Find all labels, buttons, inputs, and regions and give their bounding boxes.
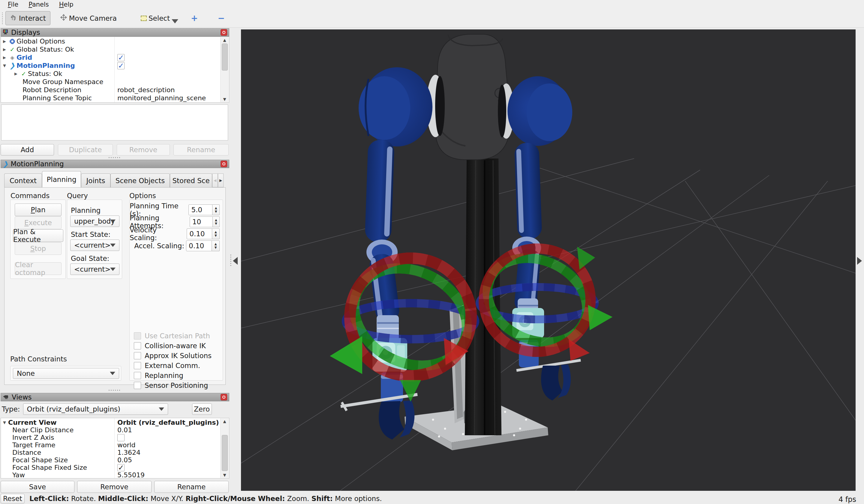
views-panel-header[interactable]: Views: [1, 393, 229, 401]
planning-group-dropdown[interactable]: upper_body: [70, 216, 119, 227]
tree-item-current-view[interactable]: Current View: [8, 419, 57, 426]
views-close-button[interactable]: [220, 394, 227, 400]
spinner-arrows-icon[interactable]: ▲▼: [213, 216, 220, 227]
invert-z-checkbox[interactable]: [117, 434, 124, 441]
displays-panel-header[interactable]: Displays: [1, 28, 229, 37]
motionplanning-enabled-checkbox[interactable]: ✓: [117, 62, 124, 69]
scroll-up-icon[interactable]: ▲: [223, 419, 226, 423]
tree-item-grid[interactable]: Grid: [16, 54, 32, 61]
move-camera-tool-button[interactable]: Move Camera: [56, 11, 121, 25]
accel-scaling-input[interactable]: 0.10: [186, 240, 212, 251]
red-arrow-marker[interactable]: [569, 339, 590, 361]
duplicate-display-button[interactable]: Duplicate: [58, 144, 113, 156]
green-arrow-marker[interactable]: [588, 305, 612, 330]
goal-state-dropdown[interactable]: <current>: [70, 264, 119, 275]
view-type-dropdown[interactable]: Orbit (rviz_default_plugins): [23, 404, 168, 415]
tab-planning[interactable]: Planning: [42, 171, 81, 187]
approx-ik-solutions-checkbox[interactable]: [134, 352, 141, 359]
rename-view-button[interactable]: Rename: [154, 481, 229, 493]
reset-button[interactable]: Reset: [1, 494, 25, 503]
spinner-arrows-icon[interactable]: ▲▼: [212, 228, 220, 239]
scroll-down-icon[interactable]: ▼: [223, 473, 226, 477]
tree-item-yaw[interactable]: Yaw: [12, 471, 25, 479]
tab-scene-objects[interactable]: Scene Objects: [110, 173, 170, 187]
tree-item-move-group-namespace[interactable]: Move Group Namespace: [23, 78, 103, 86]
motionplanning-panel-header[interactable]: ❯ MotionPlanning: [1, 160, 229, 168]
tree-item-distance[interactable]: Distance: [12, 449, 41, 456]
add-display-button[interactable]: Add: [1, 144, 54, 156]
tab-joints[interactable]: Joints: [81, 173, 110, 187]
remove-tool-button[interactable]: −: [215, 13, 227, 23]
scroll-down-icon[interactable]: ▼: [223, 97, 226, 101]
path-constraints-dropdown[interactable]: None: [13, 368, 119, 379]
clear-octomap-button[interactable]: Clear octomap: [15, 262, 61, 275]
expander-icon[interactable]: ▶: [1, 55, 8, 60]
expander-icon[interactable]: ▶: [1, 39, 8, 44]
scrollbar-thumb[interactable]: [222, 435, 228, 471]
start-state-dropdown[interactable]: <current>: [70, 240, 119, 251]
planning-time-input[interactable]: 5.0: [189, 204, 213, 215]
focal-shape-size-value[interactable]: 0.05: [117, 456, 132, 464]
tree-item-status[interactable]: Status: Ok: [28, 70, 62, 77]
remove-display-button[interactable]: Remove: [117, 144, 170, 156]
menu-file[interactable]: File: [5, 0, 21, 9]
expander-icon[interactable]: ▼: [1, 420, 8, 425]
expander-icon[interactable]: ▼: [1, 63, 8, 68]
expander-icon[interactable]: ▶: [12, 71, 20, 76]
tree-item-focal-fixed-size[interactable]: Focal Shape Fixed Size: [12, 464, 87, 471]
tree-item-motionplanning[interactable]: MotionPlanning: [16, 62, 75, 69]
tree-item-focal-shape-size[interactable]: Focal Shape Size: [12, 456, 68, 464]
tab-context[interactable]: Context: [4, 173, 42, 187]
collision-aware-ik-checkbox[interactable]: [134, 342, 141, 349]
splitter-handle[interactable]: [108, 157, 121, 158]
planning-attempts-input[interactable]: 10: [190, 216, 213, 227]
toolbar-overflow-arrow-icon[interactable]: [172, 19, 178, 23]
distance-value[interactable]: 1.3624: [117, 449, 141, 456]
save-view-button[interactable]: Save: [1, 481, 74, 493]
sensor-positioning-checkbox[interactable]: [134, 382, 141, 389]
tree-item-global-options[interactable]: Global Options: [16, 37, 65, 45]
tree-item-near-clip[interactable]: Near Clip Distance: [12, 426, 73, 434]
3d-viewport[interactable]: [241, 29, 855, 491]
displays-tree-scrollbar[interactable]: ▲ ▼: [220, 37, 229, 102]
tree-item-global-status[interactable]: Global Status: Ok: [16, 46, 74, 53]
dock-splitter[interactable]: [230, 254, 232, 267]
menu-panels[interactable]: Panels: [25, 0, 52, 9]
target-frame-value[interactable]: world: [117, 441, 136, 449]
add-tool-button[interactable]: +: [188, 13, 201, 23]
views-tree-scrollbar[interactable]: ▲ ▼: [220, 418, 229, 478]
velocity-scaling-input[interactable]: 0.10: [187, 228, 212, 239]
collapse-left-panel-icon[interactable]: [233, 257, 238, 265]
green-arrow-marker[interactable]: [330, 336, 362, 374]
use-cartesian-path-checkbox[interactable]: [134, 332, 141, 339]
interact-tool-button[interactable]: Interact: [5, 11, 50, 25]
tab-stored-scenes[interactable]: Stored Sce: [170, 173, 212, 187]
execute-button[interactable]: Execute: [15, 216, 61, 229]
tree-item-planning-scene-topic[interactable]: Planning Scene Topic: [23, 94, 92, 102]
collapse-right-panel-icon[interactable]: [857, 257, 862, 265]
zero-button[interactable]: Zero: [192, 404, 212, 415]
yaw-value[interactable]: 5.55019: [117, 471, 145, 479]
stop-button[interactable]: Stop: [15, 242, 61, 255]
splitter-handle[interactable]: [108, 389, 121, 391]
focal-fixed-size-checkbox[interactable]: ✓: [117, 464, 124, 471]
rename-display-button[interactable]: Rename: [173, 144, 229, 156]
tab-scroll-left-icon[interactable]: ◀: [212, 173, 218, 187]
grid-enabled-checkbox[interactable]: ✓: [117, 54, 124, 61]
spinner-arrows-icon[interactable]: ▲▼: [212, 240, 220, 251]
expander-icon[interactable]: ▶: [1, 47, 8, 52]
planning-scene-topic-value[interactable]: monitored_planning_scene: [117, 94, 206, 102]
external-comm-checkbox[interactable]: [134, 362, 141, 369]
scroll-up-icon[interactable]: ▲: [223, 38, 226, 42]
scrollbar-thumb[interactable]: [222, 44, 228, 71]
near-clip-value[interactable]: 0.01: [117, 426, 132, 434]
select-tool-button[interactable]: Select: [136, 12, 174, 25]
tree-item-invert-z[interactable]: Invert Z Axis: [12, 434, 54, 441]
tree-item-robot-description[interactable]: Robot Description: [23, 86, 81, 94]
replanning-checkbox[interactable]: [134, 372, 141, 379]
plan-and-execute-button[interactable]: Plan & Execute: [13, 229, 63, 242]
remove-view-button[interactable]: Remove: [77, 481, 152, 493]
displays-close-button[interactable]: [220, 29, 227, 36]
tab-scroll-right-icon[interactable]: ▶: [218, 173, 224, 187]
menu-help[interactable]: Help: [56, 0, 76, 9]
